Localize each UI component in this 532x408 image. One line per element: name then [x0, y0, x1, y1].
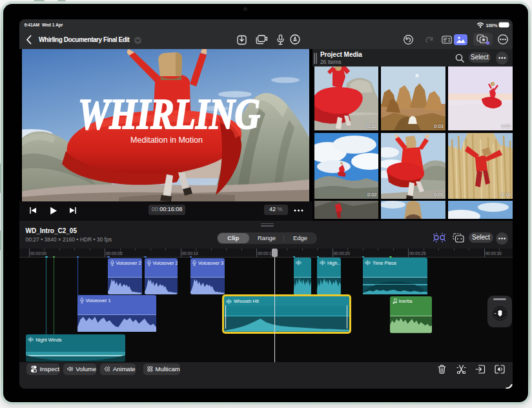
svg-text:Meditation in Motion: Meditation in Motion: [130, 136, 203, 145]
svg-text:WHIRLING: WHIRLING: [78, 89, 260, 138]
